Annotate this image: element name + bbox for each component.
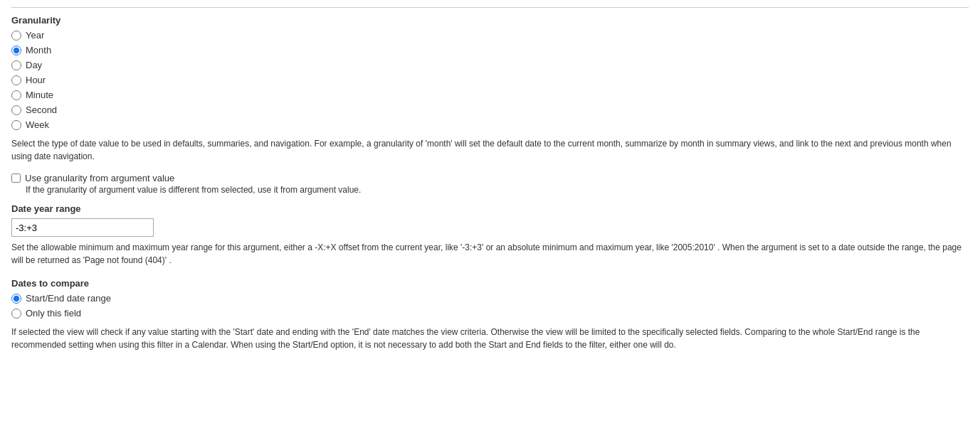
granularity-day-radio[interactable] bbox=[11, 60, 21, 70]
granularity-month-radio[interactable] bbox=[11, 46, 21, 55]
granularity-year-option[interactable]: Year bbox=[11, 30, 969, 41]
start-end-range-option[interactable]: Start/End date range bbox=[11, 293, 969, 304]
granularity-day-label: Day bbox=[26, 60, 42, 70]
top-divider bbox=[11, 7, 969, 8]
granularity-second-label: Second bbox=[26, 105, 57, 115]
only-this-field-option[interactable]: Only this field bbox=[11, 308, 969, 319]
use-granularity-option[interactable]: Use granularity from argument value bbox=[11, 173, 969, 183]
granularity-title: Granularity bbox=[11, 15, 969, 26]
date-year-range-section: Date year range Set the allowable minimu… bbox=[11, 203, 969, 267]
use-granularity-section: Use granularity from argument value If t… bbox=[11, 173, 969, 195]
granularity-hour-option[interactable]: Hour bbox=[11, 75, 969, 85]
granularity-week-option[interactable]: Week bbox=[11, 119, 969, 130]
date-year-range-description: Set the allowable minimum and maximum ye… bbox=[11, 241, 965, 267]
granularity-week-label: Week bbox=[26, 119, 49, 130]
granularity-hour-radio[interactable] bbox=[11, 75, 21, 85]
dates-to-compare-section: Dates to compare Start/End date range On… bbox=[11, 278, 969, 351]
only-this-field-radio[interactable] bbox=[11, 309, 21, 319]
dates-to-compare-description: If selected the view will check if any v… bbox=[11, 326, 965, 351]
granularity-month-option[interactable]: Month bbox=[11, 45, 969, 55]
granularity-hour-label: Hour bbox=[26, 75, 46, 85]
granularity-description: Select the type of date value to be used… bbox=[11, 137, 965, 163]
dates-to-compare-radio-group: Start/End date range Only this field bbox=[11, 293, 969, 319]
use-granularity-checkbox[interactable] bbox=[11, 173, 21, 183]
granularity-month-label: Month bbox=[26, 45, 51, 55]
granularity-second-radio[interactable] bbox=[11, 105, 21, 115]
granularity-week-radio[interactable] bbox=[11, 120, 21, 130]
granularity-second-option[interactable]: Second bbox=[11, 105, 969, 115]
granularity-day-option[interactable]: Day bbox=[11, 60, 969, 70]
use-granularity-sub-description: If the granularity of argument value is … bbox=[26, 185, 969, 195]
use-granularity-label: Use granularity from argument value bbox=[25, 173, 174, 183]
dates-to-compare-title: Dates to compare bbox=[11, 278, 969, 289]
granularity-year-label: Year bbox=[26, 30, 44, 41]
date-year-range-label: Date year range bbox=[11, 203, 969, 214]
date-year-range-input[interactable] bbox=[11, 218, 154, 237]
granularity-year-radio[interactable] bbox=[11, 31, 21, 41]
start-end-range-radio[interactable] bbox=[11, 294, 21, 304]
granularity-minute-radio[interactable] bbox=[11, 90, 21, 100]
granularity-minute-option[interactable]: Minute bbox=[11, 90, 969, 100]
granularity-minute-label: Minute bbox=[26, 90, 53, 100]
only-this-field-label: Only this field bbox=[26, 308, 81, 319]
granularity-section: Granularity Year Month Day Hour Minute S… bbox=[11, 15, 969, 163]
granularity-radio-group: Year Month Day Hour Minute Second Week bbox=[11, 30, 969, 130]
start-end-range-label: Start/End date range bbox=[26, 293, 111, 304]
